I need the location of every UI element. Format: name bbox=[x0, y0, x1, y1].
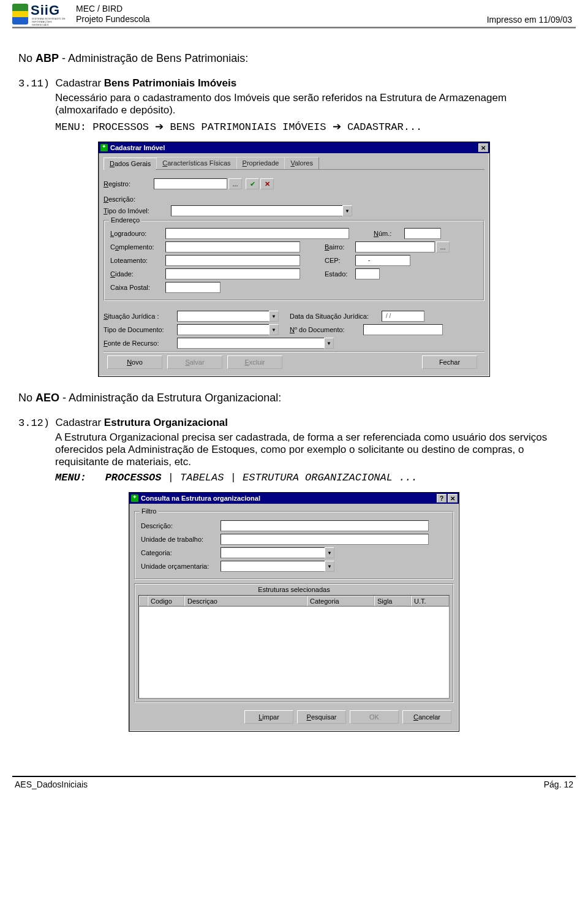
dialog2-close-button[interactable]: ✕ bbox=[448, 494, 458, 503]
complemento-label: Complemento: bbox=[110, 243, 165, 251]
page-footer: AES_DadosIniciais Pág. 12 bbox=[0, 777, 588, 795]
logo: SiiG SISTEMA INTEGRADO DE INFORMAÇÕES GE… bbox=[12, 4, 67, 26]
d2-unidade-label: Unidade de trabalho: bbox=[141, 536, 221, 543]
d2-descricao-label: Descrição: bbox=[141, 522, 221, 529]
col-ut[interactable]: U.T. bbox=[411, 596, 449, 606]
pesquisar-button[interactable]: Pesquisar bbox=[297, 710, 346, 724]
d2-categoria-label: Categoria: bbox=[141, 549, 221, 556]
tipo-imovel-combo[interactable]: ▼ bbox=[171, 205, 352, 216]
dialog-cadastrar-imovel: Cadastrar Imóvel ✕ Dados Gerais Caracter… bbox=[98, 142, 490, 377]
tipo-imovel-label: Tipo do Imóvel: bbox=[104, 207, 171, 214]
situacao-input[interactable] bbox=[177, 311, 269, 322]
menu-label-1: MENU: bbox=[55, 121, 86, 133]
logo-brand: SiiG bbox=[31, 2, 60, 18]
bairro-input[interactable] bbox=[355, 241, 435, 252]
group-estruturas: Estruturas selecionadas Codigo Descriçao… bbox=[134, 583, 454, 703]
menu1-a1: ➔ bbox=[333, 121, 341, 132]
dialog1-titlebar: Cadastrar Imóvel ✕ bbox=[99, 142, 489, 153]
d2-orcamentaria-input[interactable] bbox=[221, 561, 325, 572]
item-3-11-menu: MENU: PROCESSOS ➔ BENS PATRIMONIAIS IMÓV… bbox=[55, 120, 570, 133]
novo-button[interactable]: Novo bbox=[107, 355, 162, 369]
caixa-postal-input[interactable] bbox=[165, 282, 221, 293]
grid-body[interactable] bbox=[138, 607, 450, 699]
excluir-button[interactable]: Excluir bbox=[227, 355, 282, 369]
section-aeo-title: No AEO - Administração da Estrutura Orga… bbox=[18, 392, 570, 404]
item-3-12-cmd: Cadastrar bbox=[55, 417, 104, 428]
fonte-combo[interactable]: ▼ bbox=[177, 338, 334, 349]
item-3-12-body: A Estrutura Organizacional precisa ser c… bbox=[55, 431, 570, 468]
tab-caracteristicas-fisicas[interactable]: Características Físicas bbox=[156, 157, 236, 169]
item-3-12-obj: Estrutura Organizacional bbox=[104, 417, 228, 428]
cancelar-button[interactable]: Cancelar bbox=[402, 710, 451, 724]
registro-input[interactable] bbox=[154, 178, 227, 189]
estado-label: Estado: bbox=[325, 270, 355, 278]
situacao-combo[interactable]: ▼ bbox=[177, 311, 279, 322]
section2-prefix: No bbox=[18, 392, 36, 404]
tab-dados-gerais[interactable]: Dados Gerais bbox=[104, 157, 157, 170]
col-categoria[interactable]: Categoria bbox=[307, 596, 374, 606]
num-input[interactable] bbox=[404, 228, 441, 239]
salvar-button[interactable]: Salvar bbox=[167, 355, 222, 369]
tab-valores[interactable]: Valores bbox=[284, 157, 319, 169]
row-loteamento: Loteamento: CEP: - bbox=[110, 255, 478, 266]
fechar-button[interactable]: Fechar bbox=[422, 355, 477, 369]
logradouro-input[interactable] bbox=[165, 228, 349, 239]
d2-orcamentaria-dropdown-icon[interactable]: ▼ bbox=[325, 561, 334, 572]
dialog2-title: Consulta na Estrutura organizacional bbox=[141, 495, 260, 502]
registro-confirm-button[interactable]: ✔ bbox=[246, 178, 259, 189]
col-sigla[interactable]: Sigla bbox=[374, 596, 411, 606]
dialog2-button-row: Limpar Pesquisar OK Cancelar bbox=[134, 707, 454, 727]
item-3-12: 3.12) Cadastrar Estrutura Organizacional bbox=[18, 417, 570, 429]
group-filtro-title: Filtro bbox=[140, 507, 158, 515]
tab-propriedade[interactable]: Propriedade bbox=[236, 157, 285, 169]
d2-descricao-input[interactable] bbox=[221, 520, 429, 531]
tipo-imovel-dropdown-icon[interactable]: ▼ bbox=[342, 205, 352, 216]
fonte-input[interactable] bbox=[177, 338, 324, 349]
bairro-lookup-button[interactable]: ... bbox=[436, 241, 450, 252]
col-codigo[interactable]: Codigo bbox=[148, 596, 184, 606]
dialog2-help-button[interactable]: ? bbox=[437, 494, 447, 503]
ok-button[interactable]: OK bbox=[350, 710, 399, 724]
row-d2-descricao: Descrição: bbox=[141, 520, 447, 531]
d2-unidade-input[interactable] bbox=[221, 534, 429, 545]
num-doc-input[interactable] bbox=[363, 324, 443, 335]
data-situacao-input[interactable]: / / bbox=[382, 311, 424, 322]
item-3-12-num: 3.12) bbox=[18, 417, 50, 429]
num-label: Núm.: bbox=[374, 230, 404, 237]
registro-lookup-button[interactable]: ... bbox=[228, 178, 242, 189]
menu-label-2: MENU: bbox=[55, 472, 86, 484]
col-descricao[interactable]: Descriçao bbox=[184, 596, 307, 606]
footer-left: AES_DadosIniciais bbox=[15, 780, 88, 789]
descricao-label: Descrição: bbox=[104, 195, 135, 203]
group-endereco: Endereço Logradouro: Núm.: Complemento: … bbox=[104, 220, 484, 301]
estado-input[interactable] bbox=[355, 268, 380, 279]
cidade-input[interactable] bbox=[165, 268, 300, 279]
tipo-doc-combo[interactable]: ▼ bbox=[177, 324, 279, 335]
section2-abbr: AEO bbox=[36, 392, 59, 404]
item-3-11-num: 3.11) bbox=[18, 78, 50, 89]
d2-categoria-combo[interactable]: ▼ bbox=[221, 547, 334, 558]
tipo-doc-dropdown-icon[interactable]: ▼ bbox=[269, 324, 279, 335]
tipo-imovel-input[interactable] bbox=[171, 205, 342, 216]
dialog1-button-row: Novo Salvar Excluir Fechar bbox=[104, 351, 484, 373]
dialog-consulta-estrutura: Consulta na Estrutura organizacional ? ✕… bbox=[129, 492, 459, 732]
menu2-p1: TABELAS bbox=[180, 472, 224, 484]
dialog1-close-button[interactable]: ✕ bbox=[478, 143, 488, 152]
cep-input[interactable]: - bbox=[355, 255, 410, 266]
fonte-dropdown-icon[interactable]: ▼ bbox=[324, 338, 334, 349]
logo-sub: SISTEMA INTEGRADO DE INFORMAÇÕES GERENCI… bbox=[32, 17, 67, 26]
d2-orcamentaria-combo[interactable]: ▼ bbox=[221, 561, 334, 572]
d2-categoria-input[interactable] bbox=[221, 547, 325, 558]
complemento-input[interactable] bbox=[165, 241, 300, 252]
section1-prefix: No bbox=[18, 52, 36, 64]
limpar-button[interactable]: Limpar bbox=[244, 710, 293, 724]
d2-categoria-dropdown-icon[interactable]: ▼ bbox=[325, 547, 334, 558]
tipo-doc-input[interactable] bbox=[177, 324, 269, 335]
item-3-12-menu: MENU: PROCESSOS | TABELAS | ESTRUTURA OR… bbox=[55, 472, 570, 484]
loteamento-input[interactable] bbox=[165, 255, 300, 266]
grid-selector-col[interactable] bbox=[139, 596, 148, 606]
situacao-dropdown-icon[interactable]: ▼ bbox=[269, 311, 279, 322]
header-printed: Impresso em 11/09/03 bbox=[487, 15, 576, 26]
menu2-s1: | bbox=[230, 472, 243, 484]
registro-cancel-button[interactable]: ✕ bbox=[260, 178, 274, 189]
